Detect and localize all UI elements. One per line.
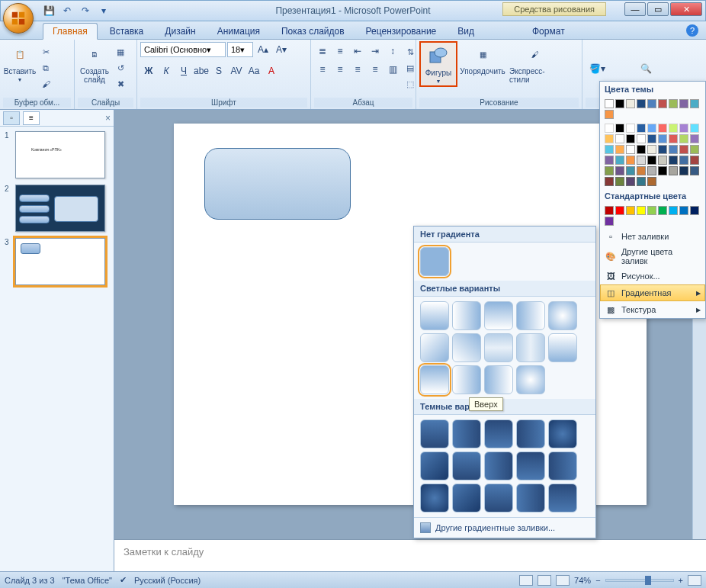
bold-button[interactable]: Ж: [140, 63, 157, 79]
align-text-icon[interactable]: ▤: [403, 60, 418, 76]
redo-icon[interactable]: ↷: [79, 4, 92, 18]
bullets-icon[interactable]: ≣: [314, 43, 331, 59]
color-swatch[interactable]: [647, 166, 656, 175]
color-swatch[interactable]: [690, 156, 699, 165]
color-swatch[interactable]: [615, 134, 624, 143]
spellcheck-icon[interactable]: ✔: [120, 575, 127, 585]
dark-gradient-swatch[interactable]: [484, 451, 513, 480]
color-swatch[interactable]: [615, 145, 624, 154]
no-fill-item[interactable]: ▫Нет заливки: [600, 228, 705, 245]
picture-fill-item[interactable]: 🖼Рисунок...: [600, 268, 705, 284]
align-right-icon[interactable]: ≡: [349, 61, 366, 78]
color-swatch[interactable]: [679, 145, 688, 154]
light-gradient-swatch[interactable]: [548, 301, 577, 330]
light-gradient-up-swatch[interactable]: [420, 365, 449, 394]
color-swatch[interactable]: [679, 124, 688, 133]
undo-icon[interactable]: ↶: [60, 4, 74, 18]
color-swatch[interactable]: [658, 166, 667, 175]
color-swatch[interactable]: [690, 134, 699, 143]
color-swatch[interactable]: [690, 124, 699, 133]
align-center-icon[interactable]: ≡: [332, 61, 348, 78]
paste-button[interactable]: 📋 Вставить ▼: [3, 41, 37, 84]
save-icon[interactable]: 💾: [42, 4, 56, 18]
outline-tab[interactable]: ≡: [23, 111, 40, 125]
shadow-button[interactable]: S: [210, 63, 227, 79]
color-swatch[interactable]: [605, 177, 614, 186]
shapes-button[interactable]: Фигуры ▼: [419, 41, 457, 87]
dark-gradient-swatch[interactable]: [516, 451, 545, 480]
color-swatch[interactable]: [605, 134, 614, 143]
tab-review[interactable]: Рецензирование: [357, 24, 446, 39]
dark-gradient-swatch[interactable]: [548, 451, 577, 480]
color-swatch[interactable]: [637, 206, 646, 215]
layout-icon[interactable]: ▦: [113, 44, 128, 59]
close-button[interactable]: ✕: [670, 2, 702, 16]
slide-thumbnail-3[interactable]: [15, 238, 105, 285]
color-swatch[interactable]: [637, 99, 646, 108]
light-gradient-swatch[interactable]: [484, 365, 513, 394]
light-gradient-swatch[interactable]: [484, 333, 513, 362]
strike-button[interactable]: abe: [193, 63, 210, 79]
shrink-font-icon[interactable]: A▾: [273, 41, 290, 58]
color-swatch[interactable]: [626, 166, 635, 175]
color-swatch[interactable]: [605, 110, 614, 119]
color-swatch[interactable]: [658, 145, 667, 154]
tab-format[interactable]: Формат: [523, 24, 574, 39]
sorter-view-button[interactable]: [538, 575, 551, 586]
no-gradient-swatch[interactable]: [420, 247, 449, 276]
color-swatch[interactable]: [658, 206, 667, 215]
dark-gradient-swatch[interactable]: [484, 419, 513, 448]
rounded-rectangle-shape[interactable]: [204, 148, 351, 220]
line-spacing-icon[interactable]: ↕: [384, 43, 401, 59]
color-swatch[interactable]: [605, 156, 614, 165]
color-swatch[interactable]: [605, 206, 614, 215]
panel-close-icon[interactable]: ×: [105, 113, 111, 124]
color-swatch[interactable]: [615, 206, 624, 215]
color-swatch[interactable]: [605, 217, 614, 226]
format-painter-icon[interactable]: 🖌: [38, 76, 53, 92]
color-swatch[interactable]: [669, 166, 678, 175]
color-swatch[interactable]: [690, 145, 699, 154]
smartart-icon[interactable]: ⬚: [403, 76, 418, 92]
spacing-icon[interactable]: AV: [228, 63, 245, 79]
dark-gradient-swatch[interactable]: [420, 419, 449, 448]
more-colors-item[interactable]: 🎨Другие цвета заливк: [600, 245, 705, 268]
slide-thumbnail-1[interactable]: Компания «РПК»: [15, 131, 105, 178]
light-gradient-swatch[interactable]: [548, 333, 577, 362]
color-swatch[interactable]: [669, 124, 678, 133]
tab-design[interactable]: Дизайн: [156, 24, 204, 39]
color-swatch[interactable]: [647, 177, 656, 186]
indent-dec-icon[interactable]: ⇤: [349, 43, 366, 59]
color-swatch[interactable]: [658, 134, 667, 143]
text-direction-icon[interactable]: ⇅: [403, 44, 418, 59]
color-swatch[interactable]: [626, 145, 635, 154]
color-swatch[interactable]: [605, 166, 614, 175]
shape-fill-icon[interactable]: 🪣▾: [589, 60, 605, 77]
find-icon[interactable]: 🔍: [637, 60, 654, 77]
help-icon[interactable]: ?: [686, 24, 698, 37]
light-gradient-swatch[interactable]: [516, 365, 545, 394]
light-gradient-swatch[interactable]: [420, 301, 449, 330]
light-gradient-swatch[interactable]: [516, 301, 545, 330]
color-swatch[interactable]: [605, 145, 614, 154]
dark-gradient-swatch[interactable]: [548, 419, 577, 448]
color-swatch[interactable]: [647, 134, 656, 143]
light-gradient-swatch[interactable]: [452, 333, 481, 362]
color-swatch[interactable]: [647, 124, 656, 133]
zoom-thumb[interactable]: [645, 576, 651, 585]
color-swatch[interactable]: [669, 206, 678, 215]
dark-gradient-swatch[interactable]: [452, 419, 481, 448]
dark-gradient-swatch[interactable]: [548, 484, 577, 512]
color-swatch[interactable]: [669, 145, 678, 154]
fit-view-button[interactable]: [688, 575, 701, 586]
color-swatch[interactable]: [669, 156, 678, 165]
minimize-button[interactable]: —: [624, 2, 646, 16]
color-swatch[interactable]: [637, 156, 646, 165]
color-swatch[interactable]: [626, 206, 635, 215]
indent-inc-icon[interactable]: ⇥: [367, 43, 383, 59]
dark-gradient-swatch[interactable]: [516, 484, 545, 512]
maximize-button[interactable]: ▭: [647, 2, 669, 16]
color-swatch[interactable]: [658, 99, 667, 108]
color-swatch[interactable]: [637, 177, 646, 186]
light-gradient-swatch[interactable]: [420, 333, 449, 362]
